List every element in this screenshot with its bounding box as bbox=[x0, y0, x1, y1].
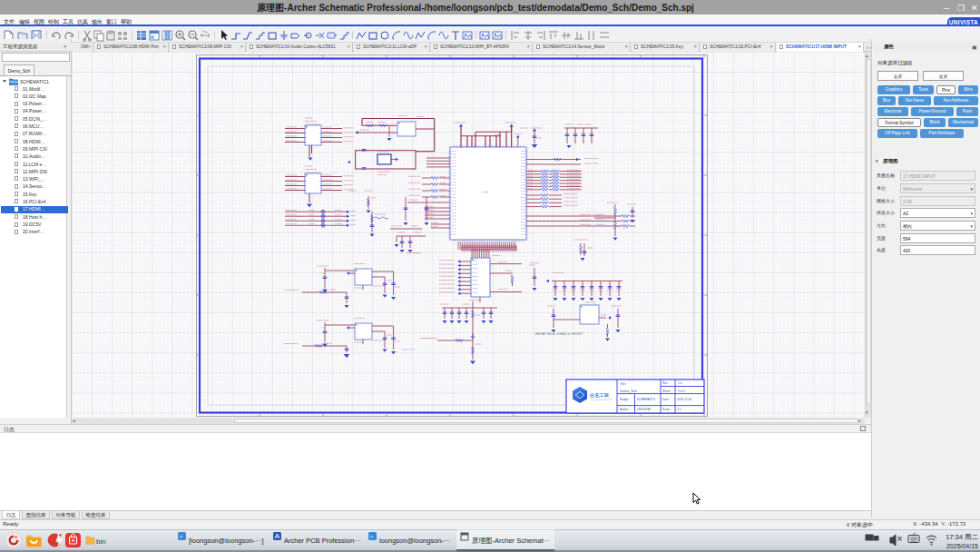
svg-text:合见工软: 合见工软 bbox=[589, 392, 610, 399]
svg-text:9 of 1: 9 of 1 bbox=[678, 389, 685, 393]
svg-text:[loongson@loongson-···]: [loongson@loongson-···] bbox=[189, 537, 264, 545]
svg-text:>: > bbox=[370, 534, 374, 539]
svg-text:2025/04/15: 2025/04/15 bbox=[946, 543, 978, 549]
svg-text:Archer PCB Profession···: Archer PCB Profession··· bbox=[284, 537, 361, 545]
svg-text:17:34 周二: 17:34 周二 bbox=[946, 533, 978, 541]
svg-text:Badge:: Badge: bbox=[620, 398, 629, 401]
svg-text:1:1: 1:1 bbox=[677, 408, 681, 411]
svg-text:Rev.: Rev. bbox=[662, 381, 668, 385]
svg-text:loongson@loongson-···: loongson@loongson-··· bbox=[379, 537, 451, 545]
svg-text:Demo_Sch: Demo_Sch bbox=[620, 389, 637, 393]
svg-text:>: > bbox=[180, 534, 183, 539]
svg-text:Sheet:: Sheet: bbox=[662, 389, 671, 393]
svg-text:bin: bin bbox=[96, 537, 106, 546]
svg-text:原理图-Archer Schemat···: 原理图-Archer Schemat··· bbox=[472, 537, 550, 545]
svg-text:1.0: 1.0 bbox=[678, 381, 682, 385]
svg-text:Date:: Date: bbox=[662, 398, 670, 401]
svg-text:UNIVISTA: UNIVISTA bbox=[637, 408, 651, 411]
svg-text:LS7A: LS7A bbox=[482, 191, 488, 194]
svg-text:SCHEMATIC1: SCHEMATIC1 bbox=[637, 398, 656, 401]
svg-text:Title:: Title: bbox=[620, 382, 626, 386]
svg-text:Author:: Author: bbox=[620, 408, 629, 411]
svg-text:HDMI IN & USB2.0 HOST: HDMI IN & USB2.0 HOST bbox=[535, 331, 583, 336]
svg-text:Scale:: Scale: bbox=[662, 408, 671, 411]
svg-text:2024-11-30: 2024-11-30 bbox=[677, 398, 691, 401]
